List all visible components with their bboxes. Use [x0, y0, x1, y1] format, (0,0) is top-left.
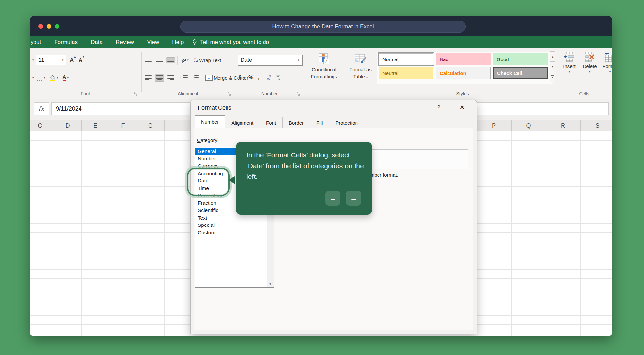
merge-center-icon: ↔	[205, 75, 213, 81]
font-color-caret-icon: ▾	[67, 76, 69, 79]
grid-line	[81, 131, 82, 336]
right-column-headers: PQRS	[476, 120, 612, 131]
font-dialog-launcher-icon[interactable]	[134, 92, 138, 96]
column-header[interactable]: S	[580, 120, 612, 131]
conditional-formatting-button[interactable]: ≠ Conditional Formatting ▾	[304, 51, 344, 98]
category-label: Category:	[197, 137, 218, 143]
excel-window: How to Change the Date Format in Excel y…	[30, 16, 612, 336]
column-header[interactable]: Q	[511, 120, 546, 131]
wrap-text-button[interactable]: abc↵ Wrap Text	[193, 56, 222, 64]
align-center-button[interactable]	[155, 74, 164, 81]
style-chip[interactable]: Check Cell	[493, 67, 548, 79]
category-item[interactable]: Text	[195, 214, 267, 222]
category-item[interactable]: Special	[195, 222, 267, 229]
tooltip-back-button[interactable]: ←	[325, 191, 340, 206]
insert-function-button[interactable]: fx	[34, 102, 49, 115]
dialog-tab[interactable]: Fill	[310, 117, 329, 128]
align-right-button[interactable]	[166, 74, 175, 81]
style-chip[interactable]: Normal	[379, 53, 433, 65]
style-chip[interactable]: Good	[493, 53, 548, 65]
style-chip[interactable]: Neutral	[379, 67, 433, 79]
font-color-button[interactable]: A ▾	[62, 73, 70, 82]
style-chip[interactable]: Calculation	[436, 67, 491, 79]
close-window-button[interactable]	[38, 24, 43, 29]
middle-align-button[interactable]	[155, 58, 164, 63]
format-as-table-button[interactable]: Format as Table ▾	[344, 51, 377, 98]
ribbon: ▾ 11 ▾ A▲ A▼ ▾ ▾	[30, 48, 612, 99]
column-header[interactable]: G	[137, 120, 165, 131]
column-header[interactable]: R	[546, 120, 581, 131]
fill-color-button[interactable]: ▾	[49, 74, 59, 82]
format-cells-button[interactable]: Format ▾	[601, 52, 612, 92]
tooltip-next-button[interactable]: →	[346, 191, 361, 206]
column-header[interactable]: C	[30, 120, 54, 131]
borders-caret-icon: ▾	[44, 76, 46, 79]
minimize-window-button[interactable]	[47, 24, 51, 29]
decrease-indent-icon: ←	[179, 75, 183, 79]
delete-cells-button[interactable]: Delete ▾	[580, 52, 599, 92]
font-size-input[interactable]: 11 ▾	[36, 55, 66, 65]
menu-item[interactable]: yout	[31, 39, 41, 46]
menu-items: youtFormulasDataReviewViewHelp	[30, 39, 184, 46]
menu-item[interactable]: Help	[172, 39, 184, 46]
category-item[interactable]: Custom	[195, 229, 267, 237]
format-as-table-caret-icon: ▾	[366, 76, 368, 79]
increase-indent-button[interactable]: →	[191, 74, 200, 81]
tutorial-tooltip: In the ‘Format Cells’ dialog, select ‘Da…	[236, 142, 372, 215]
decrease-font-size-button[interactable]: A▼	[77, 57, 84, 64]
styles-scroll-down-button[interactable]: ▼	[550, 61, 555, 72]
dialog-tab[interactable]: Border	[282, 117, 310, 128]
borders-button[interactable]: ▾	[36, 74, 47, 82]
zoom-window-button[interactable]	[55, 24, 59, 29]
dialog-tab[interactable]: Alignment	[225, 117, 260, 128]
grid-line	[546, 131, 546, 336]
style-chip[interactable]: Bad	[436, 53, 491, 65]
menubar: youtFormulasDataReviewViewHelp Tell me w…	[30, 36, 612, 48]
decrease-decimal-button[interactable]: .00 →.0	[274, 74, 281, 82]
menu-item[interactable]: View	[147, 39, 159, 46]
styles-scroll-up-button[interactable]: ▲	[550, 51, 555, 62]
font-name-dropdown-caret-icon[interactable]: ▾	[32, 59, 34, 62]
top-align-button[interactable]	[144, 58, 153, 63]
number-format-value: Date	[241, 57, 252, 63]
number-format-dropdown[interactable]: Date ▾	[238, 55, 303, 66]
dialog-tab[interactable]: Number	[195, 115, 225, 128]
style-chip-label: Good	[497, 57, 509, 62]
number-dialog-launcher-icon[interactable]	[297, 92, 301, 96]
tell-me-label: Tell me what you want to do	[200, 39, 269, 46]
scroll-down-icon[interactable]: ▼	[267, 280, 274, 287]
insert-cells-button[interactable]: Insert ▾	[560, 52, 579, 92]
column-header[interactable]: D	[54, 120, 82, 131]
underline-dropdown-caret-icon[interactable]: ▾	[32, 76, 34, 79]
font-size-caret-icon: ▾	[62, 59, 64, 62]
dialog-tab[interactable]: Font	[260, 117, 283, 128]
tell-me-box[interactable]: Tell me what you want to do	[192, 39, 269, 46]
font-size-value: 11	[39, 57, 44, 63]
fill-color-caret-icon: ▾	[57, 76, 58, 79]
increase-decimal-button[interactable]: ←.0 .00	[265, 74, 272, 82]
dialog-tab[interactable]: Protection	[329, 117, 364, 128]
orientation-button[interactable]: ab▾	[180, 57, 190, 64]
menu-item[interactable]: Formulas	[54, 39, 78, 46]
align-left-button[interactable]	[144, 74, 153, 81]
increase-font-size-button[interactable]: A▲	[69, 57, 75, 64]
comma-style-button[interactable]: ,	[257, 73, 260, 82]
ribbon-group-font: ▾ 11 ▾ A▲ A▼ ▾ ▾	[30, 48, 141, 99]
align-center-icon	[156, 75, 163, 80]
column-header[interactable]: F	[109, 120, 137, 131]
accounting-format-button[interactable]: $▾	[238, 73, 245, 82]
dialog-help-button[interactable]: ?	[437, 104, 440, 111]
bottom-align-button[interactable]	[166, 58, 175, 63]
dialog-close-button[interactable]: ✕	[459, 104, 465, 111]
column-header[interactable]: P	[476, 120, 512, 131]
percent-style-button[interactable]: %	[247, 73, 254, 82]
styles-more-button[interactable]: ▼	[550, 72, 555, 82]
decrease-indent-button[interactable]: ←	[180, 74, 189, 81]
dialog-title: Format Cells	[198, 105, 231, 111]
menu-item[interactable]: Review	[116, 39, 134, 46]
alignment-dialog-launcher-icon[interactable]	[228, 92, 232, 96]
column-header[interactable]: E	[81, 120, 109, 131]
cells-group-label: Cells	[558, 91, 610, 96]
menu-item[interactable]: Data	[91, 39, 103, 46]
spreadsheet-grid-left	[30, 131, 190, 336]
